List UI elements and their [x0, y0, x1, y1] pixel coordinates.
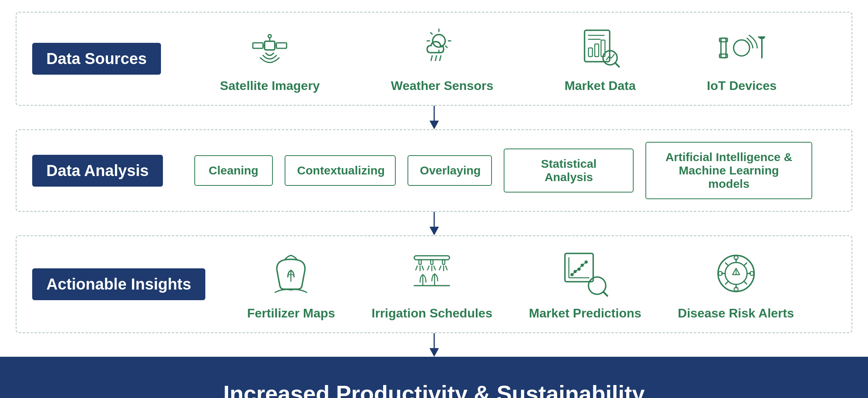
- svg-line-61: [571, 261, 587, 275]
- svg-line-47: [439, 266, 441, 270]
- satellite-label: Satellite Imagery: [220, 79, 320, 93]
- svg-rect-1: [253, 43, 263, 48]
- svg-line-72: [725, 281, 728, 284]
- svg-line-41: [416, 266, 417, 270]
- svg-point-79: [735, 273, 736, 274]
- insight-item-irrigation: Irrigation Schedules: [372, 248, 493, 321]
- svg-rect-38: [419, 260, 421, 264]
- arrow-1: [16, 106, 852, 129]
- svg-line-49: [446, 266, 447, 270]
- svg-line-13: [446, 46, 447, 48]
- data-sources-section: Data Sources: [16, 12, 852, 106]
- svg-line-43: [422, 266, 424, 270]
- svg-line-12: [431, 33, 432, 34]
- disease-icon: [711, 248, 762, 299]
- svg-line-14: [431, 56, 432, 61]
- iot-label: IoT Devices: [707, 79, 777, 93]
- source-item-iot: IoT Devices: [707, 24, 777, 93]
- svg-point-7: [433, 35, 445, 47]
- svg-marker-81: [429, 348, 439, 357]
- satellite-icon: [246, 24, 293, 72]
- data-sources-content: Satellite Imagery: [161, 24, 836, 93]
- arrow-3: [16, 333, 852, 357]
- insight-item-fertilizer: Fertilizer Maps: [247, 248, 335, 321]
- disease-label: Disease Risk Alerts: [678, 306, 794, 321]
- page-wrapper: Data Sources: [0, 0, 868, 357]
- overlaying-box: Overlaying: [408, 155, 492, 186]
- market-predictions-label: Market Predictions: [529, 306, 641, 321]
- svg-rect-40: [442, 260, 445, 264]
- svg-rect-2: [276, 43, 287, 48]
- data-analysis-label: Data Analysis: [32, 155, 163, 187]
- bottom-banner-text: Increased Productivity & Sustainability: [223, 380, 645, 398]
- weather-icon: [418, 24, 466, 72]
- svg-point-28: [734, 40, 750, 56]
- svg-line-24: [615, 63, 619, 67]
- source-item-market: Market Data: [565, 24, 636, 93]
- svg-line-16: [440, 56, 441, 61]
- market-data-label: Market Data: [565, 79, 636, 93]
- fertilizer-icon: [265, 248, 316, 299]
- irrigation-icon: [406, 248, 457, 299]
- svg-line-73: [744, 281, 747, 284]
- svg-line-71: [744, 263, 747, 266]
- actionable-insights-label: Actionable Insights: [32, 268, 205, 300]
- market-predictions-icon: [559, 248, 610, 299]
- iot-icon: [718, 24, 765, 72]
- arrow-2: [16, 212, 852, 235]
- bottom-banner: Increased Productivity & Sustainability: [0, 357, 868, 398]
- svg-rect-18: [588, 48, 592, 57]
- statistical-analysis-box: Statistical Analysis: [504, 149, 634, 193]
- svg-point-6: [268, 35, 271, 38]
- svg-marker-35: [429, 227, 439, 235]
- data-analysis-section: Data Analysis Cleaning Contextualizing O…: [16, 129, 852, 212]
- svg-rect-39: [431, 260, 433, 264]
- insight-item-market-pred: Market Predictions: [529, 248, 641, 321]
- svg-line-15: [435, 56, 437, 61]
- source-item-satellite: Satellite Imagery: [220, 24, 320, 93]
- actionable-insights-section: Actionable Insights: [16, 235, 852, 333]
- svg-marker-33: [429, 121, 439, 129]
- contextualizing-box: Contextualizing: [285, 155, 396, 186]
- svg-rect-37: [414, 256, 450, 260]
- insight-item-disease: Disease Risk Alerts: [678, 248, 794, 321]
- svg-line-44: [428, 266, 429, 270]
- svg-line-70: [725, 263, 728, 266]
- svg-line-63: [603, 292, 607, 296]
- actionable-insights-content: Fertilizer Maps: [205, 248, 836, 321]
- irrigation-label: Irrigation Schedules: [372, 306, 493, 321]
- ai-ml-box: Artificial Intelligence &Machine Learnin…: [645, 142, 812, 199]
- weather-label: Weather Sensors: [391, 79, 493, 93]
- svg-rect-0: [265, 41, 275, 50]
- svg-line-46: [434, 266, 435, 270]
- source-item-weather: Weather Sensors: [391, 24, 493, 93]
- data-sources-label: Data Sources: [32, 43, 161, 75]
- svg-rect-19: [595, 44, 599, 57]
- svg-rect-25: [721, 38, 726, 58]
- fertilizer-label: Fertilizer Maps: [247, 306, 335, 321]
- market-icon: [577, 24, 624, 72]
- cleaning-box: Cleaning: [194, 155, 273, 186]
- ai-ml-label: Artificial Intelligence &Machine Learnin…: [665, 150, 792, 190]
- data-analysis-content: Cleaning Contextualizing Overlaying Stat…: [163, 142, 836, 199]
